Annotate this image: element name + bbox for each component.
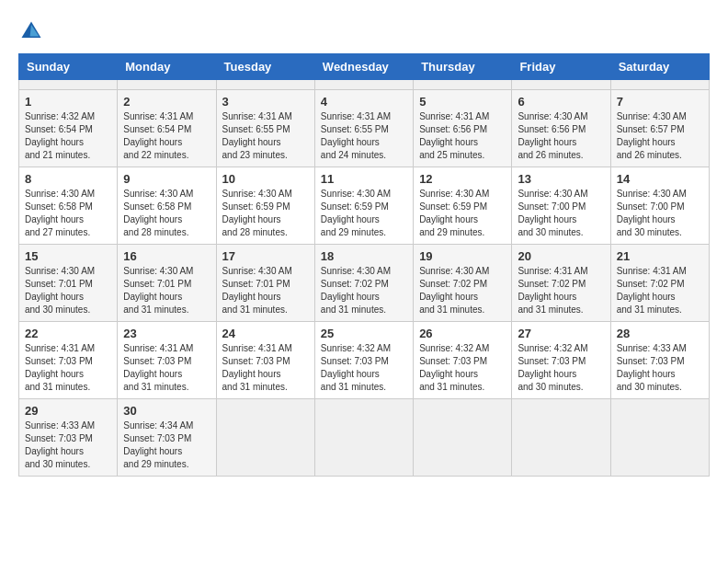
day-number: 10 <box>222 172 309 186</box>
day-number: 9 <box>123 172 210 186</box>
day-number: 4 <box>321 95 407 109</box>
calendar-header-tuesday: Tuesday <box>216 54 314 80</box>
day-info: Sunrise: 4:32 AMSunset: 6:54 PMDaylight … <box>25 110 111 162</box>
calendar-cell: 12Sunrise: 4:30 AMSunset: 6:59 PMDayligh… <box>414 167 512 245</box>
day-info: Sunrise: 4:33 AMSunset: 7:03 PMDaylight … <box>25 419 111 471</box>
calendar-cell: 24Sunrise: 4:31 AMSunset: 7:03 PMDayligh… <box>216 322 314 399</box>
calendar-cell: 11Sunrise: 4:30 AMSunset: 6:59 PMDayligh… <box>314 167 413 245</box>
calendar-cell: 8Sunrise: 4:30 AMSunset: 6:58 PMDaylight… <box>19 167 118 245</box>
day-info: Sunrise: 4:31 AMSunset: 6:54 PMDaylight … <box>123 110 210 162</box>
day-info: Sunrise: 4:33 AMSunset: 7:03 PMDaylight … <box>617 342 703 394</box>
day-number: 14 <box>617 172 703 186</box>
calendar-cell: 19Sunrise: 4:30 AMSunset: 7:02 PMDayligh… <box>414 245 512 322</box>
day-number: 5 <box>419 95 506 109</box>
day-info: Sunrise: 4:31 AMSunset: 7:02 PMDaylight … <box>518 265 604 316</box>
calendar-week-row: 22Sunrise: 4:31 AMSunset: 7:03 PMDayligh… <box>19 322 710 399</box>
day-info: Sunrise: 4:30 AMSunset: 7:02 PMDaylight … <box>419 265 506 316</box>
calendar-week-row: 15Sunrise: 4:30 AMSunset: 7:01 PMDayligh… <box>19 245 710 322</box>
calendar-week-row: 1Sunrise: 4:32 AMSunset: 6:54 PMDaylight… <box>19 90 710 167</box>
calendar-cell: 18Sunrise: 4:30 AMSunset: 7:02 PMDayligh… <box>314 245 413 322</box>
calendar-week-row: 29Sunrise: 4:33 AMSunset: 7:03 PMDayligh… <box>19 399 710 477</box>
calendar-cell: 2Sunrise: 4:31 AMSunset: 6:54 PMDaylight… <box>118 90 216 167</box>
calendar-cell: 20Sunrise: 4:31 AMSunset: 7:02 PMDayligh… <box>512 245 610 322</box>
calendar-cell <box>610 80 709 90</box>
calendar-week-row: 8Sunrise: 4:30 AMSunset: 6:58 PMDaylight… <box>19 167 710 245</box>
calendar-cell: 6Sunrise: 4:30 AMSunset: 6:56 PMDaylight… <box>512 90 610 167</box>
calendar-cell: 1Sunrise: 4:32 AMSunset: 6:54 PMDaylight… <box>19 90 118 167</box>
calendar-cell: 4Sunrise: 4:31 AMSunset: 6:55 PMDaylight… <box>314 90 413 167</box>
day-number: 2 <box>123 95 210 109</box>
day-info: Sunrise: 4:31 AMSunset: 7:03 PMDaylight … <box>25 342 111 394</box>
calendar-cell: 25Sunrise: 4:32 AMSunset: 7:03 PMDayligh… <box>314 322 413 399</box>
day-info: Sunrise: 4:31 AMSunset: 6:56 PMDaylight … <box>419 110 506 162</box>
calendar-cell: 17Sunrise: 4:30 AMSunset: 7:01 PMDayligh… <box>216 245 314 322</box>
calendar-cell <box>19 80 118 90</box>
day-number: 1 <box>25 95 111 109</box>
calendar-cell <box>610 399 709 477</box>
day-info: Sunrise: 4:30 AMSunset: 6:57 PMDaylight … <box>617 110 703 162</box>
calendar-cell: 3Sunrise: 4:31 AMSunset: 6:55 PMDaylight… <box>216 90 314 167</box>
day-info: Sunrise: 4:32 AMSunset: 7:03 PMDaylight … <box>419 342 506 394</box>
calendar-cell: 23Sunrise: 4:31 AMSunset: 7:03 PMDayligh… <box>118 322 216 399</box>
day-info: Sunrise: 4:31 AMSunset: 6:55 PMDaylight … <box>222 110 309 162</box>
day-info: Sunrise: 4:30 AMSunset: 7:01 PMDaylight … <box>25 265 111 316</box>
day-number: 16 <box>123 249 210 263</box>
day-info: Sunrise: 4:31 AMSunset: 7:03 PMDaylight … <box>222 342 309 394</box>
calendar-cell <box>314 80 413 90</box>
calendar-cell: 7Sunrise: 4:30 AMSunset: 6:57 PMDaylight… <box>610 90 709 167</box>
day-number: 21 <box>617 249 703 263</box>
day-number: 30 <box>123 404 210 418</box>
day-number: 20 <box>518 249 604 263</box>
calendar-cell <box>118 80 216 90</box>
calendar-cell <box>314 399 413 477</box>
day-info: Sunrise: 4:30 AMSunset: 6:58 PMDaylight … <box>123 188 210 239</box>
calendar-cell: 28Sunrise: 4:33 AMSunset: 7:03 PMDayligh… <box>610 322 709 399</box>
calendar-week-row <box>19 80 710 90</box>
calendar-header-monday: Monday <box>118 54 216 80</box>
calendar-cell <box>414 80 512 90</box>
calendar-cell <box>512 80 610 90</box>
calendar-cell: 21Sunrise: 4:31 AMSunset: 7:02 PMDayligh… <box>610 245 709 322</box>
day-number: 13 <box>518 172 604 186</box>
calendar-header-sunday: Sunday <box>19 54 118 80</box>
calendar-cell: 9Sunrise: 4:30 AMSunset: 6:58 PMDaylight… <box>118 167 216 245</box>
day-number: 27 <box>518 327 604 340</box>
logo <box>18 18 48 44</box>
day-number: 29 <box>25 404 111 418</box>
day-info: Sunrise: 4:30 AMSunset: 7:00 PMDaylight … <box>617 188 703 239</box>
calendar-cell: 10Sunrise: 4:30 AMSunset: 6:59 PMDayligh… <box>216 167 314 245</box>
day-info: Sunrise: 4:30 AMSunset: 7:01 PMDaylight … <box>222 265 309 316</box>
calendar-cell: 27Sunrise: 4:32 AMSunset: 7:03 PMDayligh… <box>512 322 610 399</box>
day-info: Sunrise: 4:31 AMSunset: 6:55 PMDaylight … <box>321 110 407 162</box>
calendar-cell <box>414 399 512 477</box>
calendar-cell: 15Sunrise: 4:30 AMSunset: 7:01 PMDayligh… <box>19 245 118 322</box>
day-number: 22 <box>25 327 111 340</box>
day-info: Sunrise: 4:30 AMSunset: 7:02 PMDaylight … <box>321 265 407 316</box>
calendar-cell: 22Sunrise: 4:31 AMSunset: 7:03 PMDayligh… <box>19 322 118 399</box>
calendar-cell: 26Sunrise: 4:32 AMSunset: 7:03 PMDayligh… <box>414 322 512 399</box>
day-number: 24 <box>222 327 309 340</box>
calendar-cell: 5Sunrise: 4:31 AMSunset: 6:56 PMDaylight… <box>414 90 512 167</box>
day-info: Sunrise: 4:30 AMSunset: 6:59 PMDaylight … <box>321 188 407 239</box>
logo-icon <box>18 18 44 44</box>
day-number: 25 <box>321 327 407 340</box>
day-number: 12 <box>419 172 506 186</box>
day-info: Sunrise: 4:30 AMSunset: 6:59 PMDaylight … <box>419 188 506 239</box>
page-header <box>18 18 710 44</box>
day-number: 6 <box>518 95 604 109</box>
day-info: Sunrise: 4:31 AMSunset: 7:03 PMDaylight … <box>123 342 210 394</box>
day-number: 19 <box>419 249 506 263</box>
day-info: Sunrise: 4:34 AMSunset: 7:03 PMDaylight … <box>123 419 210 471</box>
day-number: 8 <box>25 172 111 186</box>
calendar-cell: 29Sunrise: 4:33 AMSunset: 7:03 PMDayligh… <box>19 399 118 477</box>
calendar-header-friday: Friday <box>512 54 610 80</box>
calendar-header-wednesday: Wednesday <box>314 54 413 80</box>
day-number: 17 <box>222 249 309 263</box>
calendar-header-row: SundayMondayTuesdayWednesdayThursdayFrid… <box>19 54 710 80</box>
day-number: 7 <box>617 95 703 109</box>
calendar-table: SundayMondayTuesdayWednesdayThursdayFrid… <box>18 53 710 477</box>
day-number: 18 <box>321 249 407 263</box>
day-number: 26 <box>419 327 506 340</box>
day-info: Sunrise: 4:30 AMSunset: 6:59 PMDaylight … <box>222 188 309 239</box>
day-number: 15 <box>25 249 111 263</box>
